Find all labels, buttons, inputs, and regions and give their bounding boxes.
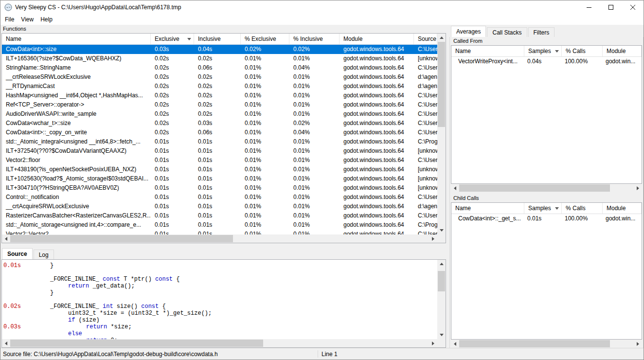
column-header-inclusive[interactable]: Inclusive [194, 34, 241, 44]
function-row[interactable]: ILT+372540(??0?$CowDataVVariantQEAAXZ)0.… [2, 146, 437, 156]
column-header-samples[interactable]: Samples [524, 46, 562, 56]
functions-table-header: Name Exclusive Inclusive % Exclusive % I… [2, 34, 437, 45]
scroll-left-button[interactable] [2, 234, 10, 243]
source-line: uint32_t *size = (uint32_t *)_get_size()… [2, 310, 437, 317]
child-calls-horizontal-scrollbar[interactable] [451, 340, 642, 348]
scroll-down-button[interactable] [437, 226, 446, 234]
scroll-down-button[interactable] [437, 331, 446, 339]
function-row[interactable]: ILT+438190(?is_openNetSocketPosixUEBA_NX… [2, 165, 437, 174]
function-row[interactable]: Vector2::floor0.01s0.01s0.01%0.01%godot.… [2, 156, 437, 165]
close-button[interactable] [622, 0, 644, 14]
scrollbar-thumb[interactable] [438, 42, 445, 127]
horizontal-splitter[interactable] [0, 243, 447, 247]
column-header-pct-calls[interactable]: % Calls [562, 46, 603, 56]
arrow-right-icon [432, 342, 434, 345]
scroll-up-button[interactable] [437, 34, 446, 42]
sample-time: 0.02s [3, 303, 21, 310]
arrow-down-icon [440, 334, 444, 336]
scroll-left-button[interactable] [451, 184, 459, 192]
minimize-button[interactable] [578, 0, 600, 14]
source-horizontal-scrollbar[interactable] [2, 339, 437, 347]
function-row[interactable]: CowData<wchar_t>::size0.02s0.03s0.01%0.0… [2, 119, 437, 128]
tab-source[interactable]: Source [2, 248, 33, 259]
tab-log[interactable]: Log [34, 250, 54, 259]
scrollbar-track[interactable] [437, 268, 446, 331]
scroll-right-button[interactable] [634, 184, 642, 192]
child-calls-header: Name Samples % Calls Module [451, 203, 642, 214]
scroll-up-button[interactable] [437, 260, 446, 268]
function-row[interactable]: ILT+165360(?size?$CowData_WQEBAHXZ)0.02s… [2, 54, 437, 63]
called-from-rows: VectorWriteProxy<int...0.04s100.00%godot… [451, 57, 642, 66]
status-line-number: Line 1 [322, 351, 338, 358]
scrollbar-thumb[interactable] [10, 340, 263, 347]
scrollbar-thumb[interactable] [459, 184, 610, 192]
functions-horizontal-scrollbar[interactable] [2, 234, 437, 243]
column-header-name[interactable]: Name [451, 203, 524, 214]
menu-file[interactable]: File [1, 15, 18, 24]
source-line: 0.03sreturn *size; [2, 324, 437, 330]
called-from-table: Name Samples % Calls Module VectorWriteP… [451, 45, 642, 184]
functions-vertical-scrollbar[interactable] [437, 34, 446, 234]
scrollbar-thumb[interactable] [10, 235, 233, 242]
column-header-module[interactable]: Module [603, 46, 642, 56]
function-row[interactable]: Control::_notification0.01s0.01s0.01%0.0… [2, 193, 437, 202]
column-header-name[interactable]: Name [2, 34, 151, 44]
function-row[interactable]: std::_Atomic_storage<unsigned int,4>::co… [2, 220, 437, 230]
scrollbar-track[interactable] [437, 42, 446, 226]
window-title: Very Sleepy CS - C:\Users\Hugo\AppData\L… [15, 4, 181, 11]
source-line [2, 269, 437, 276]
scroll-right-button[interactable] [429, 234, 437, 243]
scroll-left-button[interactable] [451, 340, 459, 348]
function-row[interactable]: CowData<int>::size0.03s0.04s0.02%0.02%go… [2, 45, 437, 54]
function-row[interactable]: AudioDriverWASAPI::write_sample0.02s0.02… [2, 109, 437, 119]
source-vertical-scrollbar[interactable] [437, 260, 446, 339]
function-row[interactable]: HashMap<unsigned __int64,Object *,HashMa… [2, 91, 437, 100]
function-row[interactable]: RasterizerCanvasBatcher<RasterizerCanvas… [2, 211, 437, 220]
arrow-right-icon [432, 237, 434, 241]
arrow-right-icon [637, 342, 639, 346]
column-header-pct-calls[interactable]: % Calls [562, 203, 603, 214]
source-line: 0.01s} [2, 262, 437, 269]
tab-call-stacks[interactable]: Call Stacks [487, 27, 527, 37]
source-view: 0.01s}_FORCE_INLINE_ const T *ptr() cons… [1, 259, 446, 348]
function-row[interactable]: ILT+304710(??HStringQEBA?AV0AEBV0Z)0.01s… [2, 183, 437, 193]
scrollbar-track[interactable] [10, 339, 429, 347]
function-row[interactable]: StringName::StringName0.02s0.06s0.01%0.0… [2, 63, 437, 72]
tab-averages[interactable]: Averages [451, 26, 486, 37]
column-header-module[interactable]: Module [603, 203, 642, 214]
source-line: return _get_data(); [2, 283, 437, 289]
column-header-pct-exclusive[interactable]: % Exclusive [241, 34, 289, 44]
scrollbar-thumb[interactable] [459, 340, 610, 347]
maximize-button[interactable] [600, 0, 622, 14]
called-from-horizontal-scrollbar[interactable] [451, 184, 642, 192]
scrollbar-track[interactable] [459, 184, 634, 192]
column-header-samples[interactable]: Samples [524, 203, 562, 214]
function-row[interactable]: ILT+1025630(?load?$_Atomic_storageI$03st… [2, 174, 437, 183]
tab-filters[interactable]: Filters [528, 27, 555, 37]
menu-view[interactable]: View [18, 15, 37, 24]
table-row[interactable]: VectorWriteProxy<int...0.04s100.00%godot… [451, 57, 642, 66]
function-row[interactable]: __crtReleaseSRWLockExclusive0.02s0.02s0.… [2, 72, 437, 82]
table-row[interactable]: CowData<int>::_get_s...0.01s100.00%godot… [451, 214, 642, 223]
function-row[interactable]: Vector2::Vector20.01s0.01s0.01%0.01%godo… [2, 230, 437, 234]
function-row[interactable]: __crtAcquireSRWLockExclusive0.01s0.01s0.… [2, 202, 437, 211]
scrollbar-track[interactable] [10, 234, 429, 243]
function-row[interactable]: CowData<int>::_copy_on_write0.02s0.06s0.… [2, 128, 437, 137]
app-window: Very Sleepy CS - C:\Users\Hugo\AppData\L… [0, 0, 644, 360]
scrollbar-track[interactable] [459, 340, 634, 348]
scroll-right-button[interactable] [429, 339, 437, 347]
function-row[interactable]: std::_Atomic_integral<unsigned __int64,8… [2, 137, 437, 146]
column-header-source[interactable]: Source File [414, 34, 437, 44]
column-header-name[interactable]: Name [451, 46, 524, 56]
column-header-exclusive[interactable]: Exclusive [151, 34, 194, 44]
column-header-pct-inclusive[interactable]: % Inclusive [289, 34, 340, 44]
scroll-left-button[interactable] [2, 339, 10, 347]
menu-help[interactable]: Help [37, 15, 56, 24]
function-row[interactable]: __RTDynamicCast0.02s0.02s0.01%0.01%godot… [2, 82, 437, 91]
scrollbar-thumb[interactable] [438, 271, 445, 291]
scroll-right-button[interactable] [634, 340, 642, 348]
source-line: _FORCE_INLINE_ const T *ptr() const { [2, 276, 437, 283]
column-header-module[interactable]: Module [340, 34, 414, 44]
scrollbar-corner [437, 339, 446, 347]
function-row[interactable]: Ref<TCP_Server>::operator->0.02s0.02s0.0… [2, 100, 437, 109]
